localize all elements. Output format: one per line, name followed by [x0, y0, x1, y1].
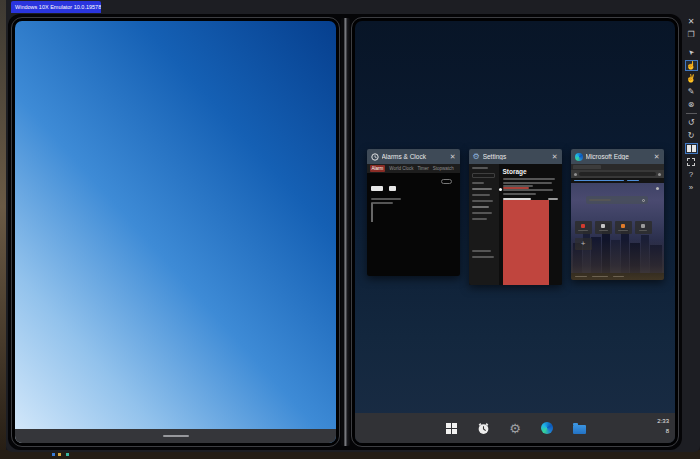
help-icon: ?: [689, 171, 693, 179]
clock-time: 2:33: [657, 417, 669, 427]
card-title: Microsoft Edge: [586, 153, 651, 160]
close-icon[interactable]: ✕: [450, 153, 456, 161]
right-screen: Alarms & Clock ✕ Alarm World Clock Timer…: [351, 17, 679, 447]
clock-date: 8: [657, 427, 669, 437]
edge-icon: [541, 422, 553, 434]
host-taskbar-icon: [66, 453, 69, 456]
task-card-settings[interactable]: ⚙ Settings ✕: [469, 149, 562, 285]
settings-thumbnail[interactable]: Storage: [469, 164, 562, 285]
sidebar-item-skeleton: [472, 182, 484, 184]
edge-search-box: [586, 196, 648, 204]
alarm-toggle-skeleton: [441, 179, 452, 184]
text-line-skeleton: [503, 189, 554, 191]
emulator-title-tab[interactable]: Windows 10X Emulator 10.0.19578.0: [11, 1, 101, 13]
rotate-right-icon: ↻: [688, 132, 695, 140]
dual-screen-device: Alarms & Clock ✕ Alarm World Clock Timer…: [8, 14, 682, 450]
left-screen-taskbar: [15, 429, 336, 443]
emulator-window: Windows 10X Emulator 10.0.19578.0: [6, 0, 700, 452]
quick-link-tile: [635, 221, 652, 234]
multi-touch-icon: ✌: [686, 75, 696, 83]
multi-touch-mode-button[interactable]: ✌: [685, 73, 698, 84]
city-building: [630, 243, 640, 273]
task-card-edge[interactable]: Microsoft Edge ✕: [571, 149, 664, 280]
more-icon: »: [689, 184, 693, 192]
task-view: Alarms & Clock ✕ Alarm World Clock Timer…: [355, 21, 675, 443]
quick-link-tile: [575, 221, 592, 234]
host-taskbar-icon: [52, 453, 55, 456]
taskbar-clock[interactable]: 2:33 8: [657, 417, 669, 436]
alarms-body: [367, 173, 460, 226]
taskbar-settings-button[interactable]: ⚙: [508, 421, 522, 435]
tab-stopwatch: Stopwatch: [433, 166, 454, 171]
sidebar-item-skeleton: [472, 194, 490, 196]
help-button[interactable]: ?: [685, 169, 698, 180]
search-placeholder-skeleton: [589, 199, 611, 201]
device-hinge: [341, 18, 350, 446]
card-title: Alarms & Clock: [382, 153, 447, 160]
tab-alarm: Alarm: [370, 165, 386, 172]
quick-link-tiles: [575, 221, 664, 234]
taskbar-file-explorer-button[interactable]: [572, 421, 586, 435]
alarm-box-skeleton: [371, 203, 373, 222]
browser-tab-skeleton: [573, 165, 601, 169]
sidebar-item-skeleton: [472, 206, 489, 208]
task-card-alarms-clock[interactable]: Alarms & Clock ✕ Alarm World Clock Timer…: [367, 149, 460, 276]
single-touch-mode-button[interactable]: ☝: [685, 60, 698, 71]
city-building: [650, 245, 662, 273]
sidebar-item-skeleton: [472, 218, 487, 220]
eraser-mode-button[interactable]: ⊗: [685, 99, 698, 110]
city-building: [611, 240, 620, 273]
folder-icon: [573, 425, 586, 434]
text-line-skeleton: [503, 182, 553, 184]
gesture-handle[interactable]: [163, 435, 189, 437]
sidebar-item-skeleton: [472, 250, 491, 252]
more-button[interactable]: »: [685, 182, 698, 193]
add-tile-button: +: [575, 238, 592, 250]
taskbar-start-button[interactable]: [444, 421, 458, 435]
text-line-skeleton: [503, 193, 536, 195]
menu-button-skeleton: [658, 173, 661, 176]
card-header: ⚙ Settings ✕: [469, 149, 562, 164]
edge-thumbnail[interactable]: +: [571, 164, 664, 280]
gear-icon: ⚙: [509, 422, 521, 435]
rotate-right-button[interactable]: ↻: [685, 130, 698, 141]
quick-link-tile: [595, 221, 612, 234]
rotate-left-button[interactable]: ↺: [685, 117, 698, 128]
settings-sidebar: [469, 164, 499, 285]
device-name-skeleton: [503, 198, 531, 200]
notification-text-skeleton: [574, 180, 624, 182]
text-line-skeleton: [371, 202, 393, 204]
taskbar-alarms-clock-button[interactable]: [476, 421, 490, 435]
alarm-time-skeleton: [371, 186, 383, 191]
alarms-clock-thumbnail[interactable]: Alarm World Clock Timer Stopwatch: [367, 164, 460, 276]
close-icon[interactable]: ✕: [654, 153, 660, 161]
alarm-clock-icon: [477, 422, 490, 435]
card-header: Alarms & Clock ✕: [367, 149, 460, 164]
restore-window-button[interactable]: ❐: [685, 29, 698, 40]
toolbar-divider: [686, 113, 697, 114]
card-title: Settings: [483, 153, 549, 160]
quick-link-tile: [615, 221, 632, 234]
taskbar-edge-button[interactable]: [540, 421, 554, 435]
left-screen-wallpaper[interactable]: [15, 21, 336, 443]
storage-device-row: [503, 198, 558, 200]
sidebar-item-skeleton: [472, 212, 492, 214]
nav-button-skeleton: [574, 173, 577, 176]
settings-search-skeleton: [472, 173, 495, 178]
footer-link-skeleton: [575, 276, 587, 278]
page-settings-icon: [656, 187, 659, 190]
dual-screen-mode-button[interactable]: [685, 143, 698, 154]
fit-to-screen-button[interactable]: [685, 156, 698, 167]
close-button[interactable]: ✕: [685, 16, 698, 27]
emulator-toolbar: ✕ ❐ ➤ ☝ ✌ ✎ ⊗ ↺ ↻ ? »: [683, 16, 699, 193]
mouse-mode-button[interactable]: ➤: [685, 47, 698, 58]
text-line-skeleton: [503, 178, 555, 180]
dual-screen-icon: [687, 145, 696, 152]
taskbar: ⚙ 2:33 8: [355, 413, 675, 443]
text-line-skeleton: [371, 198, 401, 200]
pen-mode-button[interactable]: ✎: [685, 86, 698, 97]
close-icon[interactable]: ✕: [552, 153, 558, 161]
settings-page-title: Storage: [503, 168, 558, 175]
notification-link-skeleton: [627, 180, 639, 182]
edge-new-tab-page: +: [571, 183, 664, 280]
